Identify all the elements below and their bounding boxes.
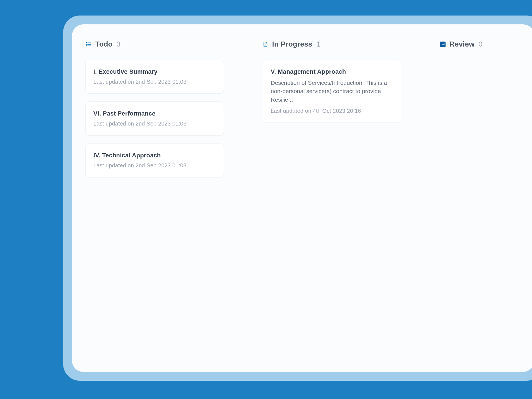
kanban-panel: Todo 3 I. Executive Summary Last updated… (72, 24, 532, 372)
column-title: Todo (95, 40, 112, 48)
column-count: 0 (479, 40, 482, 48)
list-icon (85, 41, 91, 47)
card-meta: Last updated on 2nd Sep 2023 01:03 (93, 79, 216, 85)
column-count: 1 (316, 40, 320, 48)
card[interactable]: IV. Technical Approach Last updated on 2… (85, 143, 224, 177)
app-frame: Todo 3 I. Executive Summary Last updated… (63, 16, 532, 381)
card[interactable]: I. Executive Summary Last updated on 2nd… (85, 60, 224, 94)
card-title: VI. Past Performance (93, 110, 216, 117)
column-header-todo[interactable]: Todo 3 (85, 40, 224, 48)
column-header-in-progress[interactable]: In Progress 1 (263, 40, 401, 48)
card-title: V. Management Approach (271, 68, 393, 75)
document-icon (263, 42, 268, 47)
card-meta: Last updated on 2nd Sep 2023 01:03 (93, 162, 216, 169)
column-count: 3 (116, 40, 120, 48)
card-body: Description of Services/Introduction: Th… (271, 79, 393, 104)
svg-point-3 (86, 42, 87, 43)
svg-point-4 (86, 44, 87, 44)
card-meta: Last updated on 4th Oct 2023 20:16 (271, 108, 393, 114)
column-review: Review 0 (440, 40, 523, 356)
column-title: In Progress (272, 40, 312, 48)
card-title: IV. Technical Approach (93, 152, 216, 159)
column-todo: Todo 3 I. Executive Summary Last updated… (85, 40, 224, 356)
card-title: I. Executive Summary (93, 68, 216, 75)
svg-rect-7 (266, 44, 266, 46)
svg-rect-6 (265, 44, 265, 45)
column-title: Review (449, 40, 475, 48)
cards-list-todo: I. Executive Summary Last updated on 2nd… (85, 60, 224, 177)
column-in-progress: In Progress 1 V. Management Approach Des… (263, 40, 401, 356)
card[interactable]: V. Management Approach Description of Se… (263, 60, 401, 123)
card[interactable]: VI. Past Performance Last updated on 2nd… (85, 101, 224, 135)
svg-point-5 (86, 45, 87, 46)
card-meta: Last updated on 2nd Sep 2023 01:03 (93, 121, 216, 127)
column-header-review[interactable]: Review 0 (440, 40, 523, 48)
review-icon (440, 42, 446, 47)
cards-list-in-progress: V. Management Approach Description of Se… (263, 60, 401, 123)
